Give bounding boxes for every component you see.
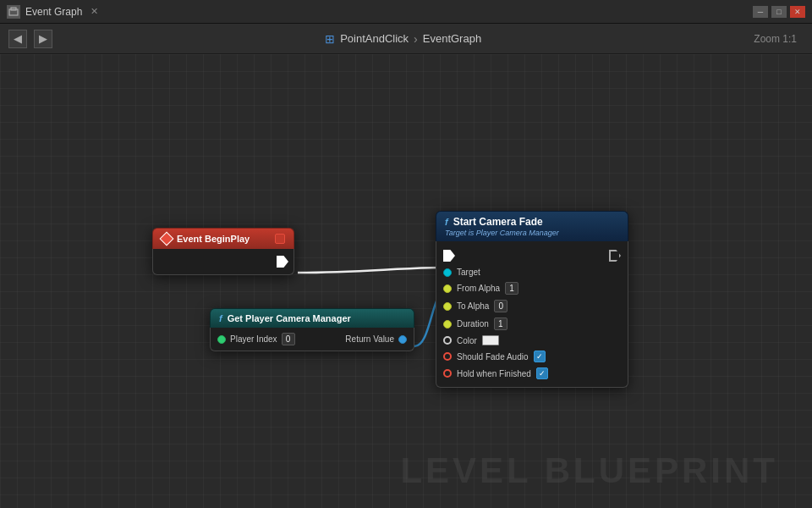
camera-manager-body: Player Index 0 Return Value (210, 328, 414, 351)
target-pin: Target (436, 265, 628, 279)
from-alpha-label: From Alpha (457, 284, 500, 293)
hold-when-finished-checkbox[interactable]: ✓ (536, 367, 548, 379)
back-button[interactable]: ◀ (8, 30, 27, 48)
should-fade-audio-pin-icon (443, 352, 452, 361)
from-alpha-pin: From Alpha 1 (436, 279, 628, 297)
return-value-label: Return Value (345, 334, 394, 344)
beginplay-title: Event BeginPlay (177, 234, 250, 244)
color-pin: Color (436, 333, 628, 348)
minimize-button[interactable]: ─ (753, 6, 768, 18)
hold-when-finished-pin: Hold when Finished ✓ (436, 365, 628, 382)
return-value-pin: Return Value (345, 334, 407, 344)
duration-pin-icon (443, 320, 452, 329)
to-alpha-label: To Alpha (457, 301, 489, 311)
forward-button[interactable]: ▶ (34, 30, 52, 48)
from-alpha-value[interactable]: 1 (505, 282, 518, 295)
target-pin-icon (443, 268, 452, 277)
fade-exec-in-pin[interactable] (443, 250, 455, 262)
duration-pin: Duration 1 (436, 315, 628, 333)
duration-label: Duration (457, 319, 489, 329)
node-camera-manager[interactable]: f Get Player Camera Manager Player Index… (210, 308, 414, 351)
color-swatch[interactable] (482, 335, 499, 345)
level-blueprint-watermark: LEVEL BLUEPRINT (400, 450, 778, 491)
node-camera-fade[interactable]: f Start Camera Fade Target is Player Cam… (436, 211, 628, 388)
camera-manager-title: Get Player Camera Manager (228, 313, 351, 323)
tab-label: Event Graph (25, 6, 82, 18)
fade-exec-out-pin[interactable] (609, 250, 621, 262)
camera-fade-f-icon: f (445, 217, 448, 227)
to-alpha-value[interactable]: 0 (494, 300, 508, 312)
should-fade-audio-label: Should Fade Audio (457, 352, 529, 362)
title-bar-left: Event Graph ✕ (7, 5, 98, 19)
beginplay-exec-out-pin[interactable] (277, 256, 288, 268)
to-alpha-pin: To Alpha 0 (436, 297, 628, 315)
breadcrumb: ⊞ PointAndClick › EventGraph (59, 32, 747, 46)
connector-lines (0, 54, 812, 508)
should-fade-audio-checkbox[interactable]: ✓ (534, 351, 546, 362)
from-alpha-pin-icon (443, 284, 452, 293)
camera-manager-f-icon: f (219, 313, 222, 323)
beginplay-header: Event BeginPlay (152, 228, 294, 249)
tab-icon (7, 5, 20, 19)
player-index-pin-icon (217, 335, 226, 344)
fade-exec-pins (436, 246, 628, 265)
hold-when-finished-label: Hold when Finished (457, 369, 531, 378)
target-label: Target (457, 268, 480, 277)
graph-name: EventGraph (423, 32, 481, 45)
beginplay-diamond-icon (160, 232, 174, 246)
window-controls: ─ □ ✕ (753, 6, 805, 18)
camera-fade-title: Start Camera Fade (453, 216, 543, 228)
toolbar: ◀ ▶ ⊞ PointAndClick › EventGraph Zoom 1:… (0, 24, 812, 54)
player-index-label: Player Index (230, 334, 277, 344)
beginplay-body (152, 249, 294, 275)
maximize-button[interactable]: □ (771, 6, 787, 18)
camera-manager-header: f Get Player Camera Manager (210, 308, 414, 328)
title-bar: Event Graph ✕ ─ □ ✕ (0, 0, 812, 24)
breadcrumb-separator: › (414, 32, 418, 46)
camera-fade-header: f Start Camera Fade Target is Player Cam… (436, 211, 628, 241)
project-icon: ⊞ (325, 32, 335, 46)
blueprint-canvas[interactable]: Event BeginPlay f Get Player Camera Mana… (0, 54, 812, 508)
tab-close-btn[interactable]: ✕ (91, 6, 98, 17)
camera-fade-subtitle: Target is Player Camera Manager (445, 229, 619, 237)
player-index-value[interactable]: 0 (282, 333, 295, 345)
hold-when-finished-pin-icon (443, 369, 452, 378)
camera-fade-body: Target From Alpha 1 To Alpha 0 Duration … (436, 241, 628, 388)
color-label: Color (457, 336, 477, 345)
node-beginplay[interactable]: Event BeginPlay (152, 228, 294, 275)
to-alpha-pin-icon (443, 302, 452, 311)
should-fade-audio-pin: Should Fade Audio ✓ (436, 348, 628, 365)
zoom-label: Zoom 1:1 (754, 33, 797, 45)
player-index-pin: Player Index 0 (217, 333, 295, 345)
project-name[interactable]: PointAndClick (340, 32, 409, 45)
duration-value[interactable]: 1 (494, 318, 508, 330)
return-value-pin-icon (398, 335, 407, 344)
close-button[interactable]: ✕ (790, 6, 805, 18)
color-pin-icon (443, 336, 452, 345)
